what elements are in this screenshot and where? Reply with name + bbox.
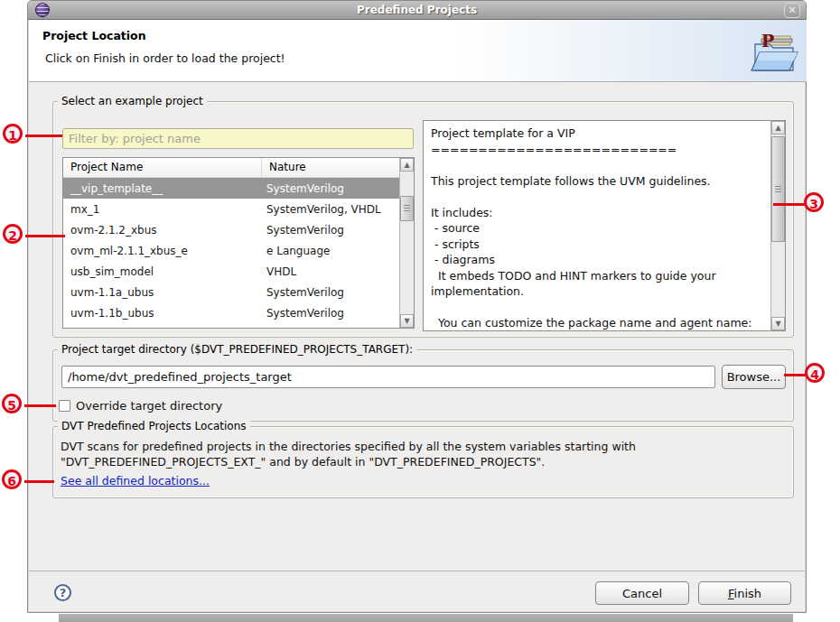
see-all-locations-link[interactable]: See all defined locations... (61, 474, 210, 487)
example-project-group: Select an example project Project Name N… (52, 101, 794, 338)
table-row[interactable]: ovm_ml-2.1.1_xbus_e e Language (63, 240, 414, 261)
window-title: Predefined Projects (28, 4, 806, 16)
target-directory-input[interactable] (61, 366, 715, 388)
table-row[interactable]: uvm-1.1a_ubus SystemVerilog (63, 282, 414, 302)
example-project-group-label: Select an example project (58, 95, 207, 107)
table-scrollbar-thumb[interactable] (400, 196, 414, 221)
table-scrollbar[interactable]: ▲ ▼ (399, 158, 414, 328)
annotation-line-2 (25, 235, 65, 237)
annotation-circle-5: 5 (2, 394, 22, 413)
target-directory-group-label: Project target directory ($DVT_PREDEFINE… (58, 343, 416, 356)
table-row[interactable]: ovm-2.1.2_xbus SystemVerilog (63, 219, 414, 240)
page-subtitle: Click on Finish in order to load the pro… (45, 51, 285, 65)
description-scrollbar[interactable]: ▲ ▼ (770, 121, 785, 330)
page-title: Project Location (42, 29, 146, 42)
annotation-line-4 (784, 374, 807, 376)
scroll-up-icon[interactable]: ▲ (400, 158, 414, 172)
screenshot-canvas: Predefined Projects ✕ Project Location C… (0, 0, 840, 622)
column-header-nature[interactable]: Nature (262, 158, 414, 177)
close-icon[interactable]: ✕ (784, 3, 800, 18)
finish-button[interactable]: Finish (698, 581, 791, 605)
filter-input[interactable] (62, 128, 414, 149)
locations-group-label: DVT Predefined Projects Locations (58, 420, 250, 432)
annotation-circle-1: 1 (3, 124, 23, 144)
window-bottom-edge (59, 614, 793, 622)
footer-separator (29, 571, 805, 571)
annotation-circle-2: 2 (3, 224, 23, 244)
locations-description-line1: DVT scans for predefined projects in the… (61, 439, 636, 454)
table-row[interactable]: mx_1 SystemVerilog, VHDL (63, 199, 414, 219)
cancel-button[interactable]: Cancel (595, 581, 689, 605)
annotation-circle-3: 3 (804, 192, 824, 212)
help-icon[interactable]: ? (54, 584, 71, 601)
description-scrollbar-thumb[interactable] (771, 136, 785, 242)
browse-button[interactable]: Browse... (722, 365, 786, 389)
locations-description-line2: "DVT_PREDEFINED_PROJECTS_EXT_" and by de… (61, 454, 545, 469)
project-table[interactable]: Project Name Nature __vip_template__ Sys… (62, 157, 415, 329)
grip-icon (404, 205, 410, 213)
override-checkbox[interactable] (59, 400, 70, 412)
annotation-circle-4: 4 (805, 363, 825, 383)
table-row[interactable]: __vip_template__ SystemVerilog (63, 178, 414, 199)
titlebar[interactable]: Predefined Projects ✕ (28, 1, 806, 20)
annotation-line-5 (24, 404, 56, 407)
project-description-text: Project template for a VIP =============… (424, 121, 770, 330)
target-directory-group: Project target directory ($DVT_PREDEFINE… (52, 349, 794, 422)
locations-group: DVT Predefined Projects Locations DVT sc… (52, 426, 794, 498)
grip-icon (775, 186, 781, 194)
scroll-down-icon[interactable]: ▼ (400, 314, 414, 328)
table-row[interactable]: uvm-1.1b_ubus SystemVerilog (63, 302, 414, 323)
icon-letter-p: P (761, 31, 774, 51)
wizard-banner: Project Location Click on Finish in orde… (29, 20, 807, 82)
annotation-line-1 (25, 135, 62, 137)
project-description-panel[interactable]: Project template for a VIP =============… (423, 120, 786, 331)
annotation-line-3 (773, 203, 806, 206)
project-folder-icon: P (749, 31, 799, 76)
override-checkbox-label[interactable]: Override target directory (76, 399, 222, 413)
column-header-project-name[interactable]: Project Name (63, 158, 262, 177)
table-header[interactable]: Project Name Nature (63, 158, 414, 178)
predefined-projects-dialog: Predefined Projects ✕ Project Location C… (27, 0, 807, 613)
annotation-circle-6: 6 (2, 469, 22, 489)
scroll-down-icon[interactable]: ▼ (771, 317, 785, 330)
scroll-up-icon[interactable]: ▲ (771, 121, 785, 135)
annotation-line-6 (24, 480, 54, 483)
table-row[interactable]: usb_sim_model VHDL (63, 261, 414, 282)
